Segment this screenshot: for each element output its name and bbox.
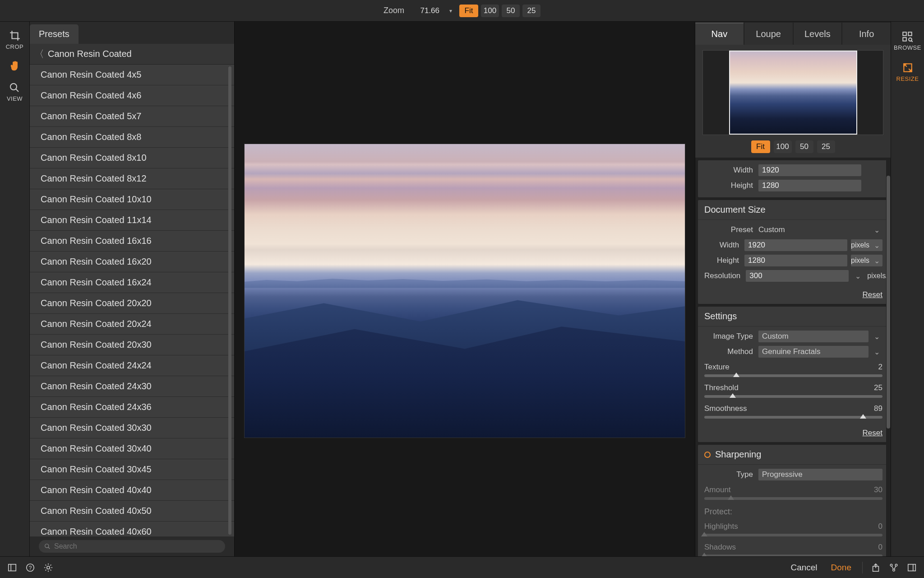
right-panel-scrollbar[interactable] (886, 158, 891, 556)
circle-toggle-icon[interactable] (704, 452, 711, 458)
resize-icon (902, 62, 914, 74)
doc-reset[interactable]: Reset (698, 288, 889, 304)
nav-preview-box[interactable] (702, 50, 883, 135)
right-panel: Nav Loupe Levels Info Fit 100 50 25 Widt… (695, 22, 891, 556)
preset-item[interactable]: Canon Resin Coated 24x36 (30, 397, 234, 418)
preset-item[interactable]: Canon Resin Coated 20x24 (30, 314, 234, 335)
doc-preset-dropdown[interactable]: Custom ⌄ (758, 225, 882, 234)
preset-list[interactable]: Canon Resin Coated 4x5Canon Resin Coated… (30, 65, 234, 536)
zoom-50-button[interactable]: 50 (502, 5, 520, 17)
texture-slider[interactable]: Texture2 (704, 361, 882, 379)
settings-section: Settings Image Type Custom ⌄ Method Genu… (698, 307, 889, 442)
right-panel-scroll[interactable]: Width Height Document Size Preset (695, 158, 891, 556)
preset-item[interactable]: Canon Resin Coated 40x60 (30, 522, 234, 536)
gear-icon[interactable] (43, 563, 53, 573)
search-input[interactable] (54, 542, 220, 550)
preset-item[interactable]: Canon Resin Coated 11x14 (30, 210, 234, 231)
nav-zoom-50[interactable]: 50 (795, 140, 813, 153)
pixel-width-input[interactable] (758, 164, 861, 176)
panel-toggle-icon[interactable] (7, 563, 17, 573)
preset-item[interactable]: Canon Resin Coated 40x40 (30, 480, 234, 501)
done-button[interactable]: Done (828, 561, 854, 574)
resize-tool[interactable]: RESIZE (896, 62, 919, 82)
preset-item[interactable]: Canon Resin Coated 30x40 (30, 438, 234, 459)
preset-scrollbar[interactable] (228, 66, 231, 535)
right-panel-toggle-icon[interactable] (907, 563, 917, 573)
svg-point-5 (909, 38, 912, 41)
preset-item[interactable]: Canon Resin Coated 20x20 (30, 293, 234, 314)
preset-item[interactable]: Canon Resin Coated 20x30 (30, 335, 234, 355)
preset-item[interactable]: Canon Resin Coated 10x10 (30, 189, 234, 210)
crop-tool[interactable]: CROP (6, 30, 24, 50)
help-icon[interactable]: ? (25, 563, 35, 573)
presets-category-header[interactable]: 〈 Canon Resin Coated (30, 44, 234, 65)
browse-tool[interactable]: BROWSE (894, 31, 921, 51)
doc-height-label: Height (704, 256, 741, 265)
smoothness-slider[interactable]: Smoothness89 (704, 402, 882, 420)
preset-item[interactable]: Canon Resin Coated 4x5 (30, 65, 234, 85)
highlights-slider[interactable]: Highlights0 (704, 520, 882, 538)
cancel-button[interactable]: Cancel (788, 561, 820, 574)
canvas-area[interactable] (235, 22, 695, 556)
preset-item[interactable]: Canon Resin Coated 30x45 (30, 459, 234, 480)
canvas-image (244, 144, 685, 438)
threshold-slider[interactable]: Threshold25 (704, 382, 882, 400)
preset-search-box[interactable] (39, 540, 225, 553)
preset-item[interactable]: Canon Resin Coated 30x30 (30, 418, 234, 438)
preset-item[interactable]: Canon Resin Coated 24x24 (30, 355, 234, 376)
nav-zoom-100[interactable]: 100 (774, 140, 792, 153)
view-tool[interactable]: VIEW (7, 82, 23, 102)
svg-point-10 (47, 566, 50, 569)
tab-nav[interactable]: Nav (695, 23, 744, 45)
doc-resolution-input[interactable] (746, 270, 849, 282)
tab-info[interactable]: Info (842, 23, 891, 45)
zoom-100-button[interactable]: 100 (481, 5, 499, 17)
preset-item[interactable]: Canon Resin Coated 16x24 (30, 272, 234, 293)
preset-item[interactable]: Canon Resin Coated 4x6 (30, 85, 234, 106)
svg-rect-7 (9, 564, 16, 571)
sharp-amount-slider[interactable]: Amount30 (704, 484, 882, 502)
preset-item[interactable]: Canon Resin Coated 16x20 (30, 252, 234, 272)
zoom-value[interactable]: 71.66 (411, 5, 442, 17)
preset-item[interactable]: Canon Resin Coated 5x7 (30, 106, 234, 127)
doc-width-unit[interactable]: pixels⌄ (851, 239, 882, 251)
preset-item[interactable]: Canon Resin Coated 8x12 (30, 168, 234, 189)
nav-preview-section: Fit 100 50 25 (695, 45, 891, 158)
shadows-slider[interactable]: Shadows0 (704, 541, 882, 556)
zoom-fit-button[interactable]: Fit (459, 5, 478, 17)
share-icon[interactable] (871, 563, 881, 573)
tab-loupe[interactable]: Loupe (744, 23, 793, 45)
settings-header[interactable]: Settings (698, 307, 889, 326)
chevron-down-icon[interactable]: ⌄ (852, 272, 864, 280)
sharpening-header[interactable]: Sharpening (698, 445, 889, 465)
zoom-25-button[interactable]: 25 (522, 5, 541, 17)
doc-height-input[interactable] (744, 255, 847, 266)
top-zoom-bar: Zoom 71.66 ▾ Fit 100 50 25 (0, 0, 924, 22)
doc-height-unit[interactable]: pixels⌄ (851, 255, 882, 266)
presets-tab[interactable]: Presets (30, 24, 79, 44)
preset-item[interactable]: Canon Resin Coated 16x16 (30, 231, 234, 252)
document-size-header[interactable]: Document Size (698, 200, 889, 220)
chevron-down-icon[interactable]: ▾ (447, 8, 455, 14)
svg-rect-4 (903, 37, 907, 41)
pan-tool[interactable] (9, 60, 21, 72)
settings-reset[interactable]: Reset (698, 426, 889, 442)
preset-item[interactable]: Canon Resin Coated 8x8 (30, 127, 234, 148)
browse-icon (901, 31, 913, 42)
branch-icon[interactable] (889, 563, 899, 573)
imgtype-dropdown[interactable]: Custom ⌄ (758, 331, 882, 342)
nav-zoom-fit[interactable]: Fit (751, 140, 770, 153)
zoom-button-group: Fit 100 50 25 (459, 5, 541, 17)
preset-item[interactable]: Canon Resin Coated 40x50 (30, 501, 234, 522)
tab-levels[interactable]: Levels (794, 23, 842, 45)
sharp-type-dropdown[interactable]: Progressive (758, 469, 882, 480)
preset-item[interactable]: Canon Resin Coated 8x10 (30, 148, 234, 168)
pixel-height-input[interactable] (758, 180, 861, 191)
preset-item[interactable]: Canon Resin Coated 24x30 (30, 376, 234, 397)
method-dropdown[interactable]: Genuine Fractals ⌄ (758, 346, 882, 358)
zoom-label: Zoom (383, 6, 404, 15)
nav-zoom-buttons: Fit 100 50 25 (702, 140, 883, 153)
doc-resolution-label: Resolution (704, 271, 742, 280)
nav-zoom-25[interactable]: 25 (817, 140, 835, 153)
doc-width-input[interactable] (744, 239, 847, 251)
